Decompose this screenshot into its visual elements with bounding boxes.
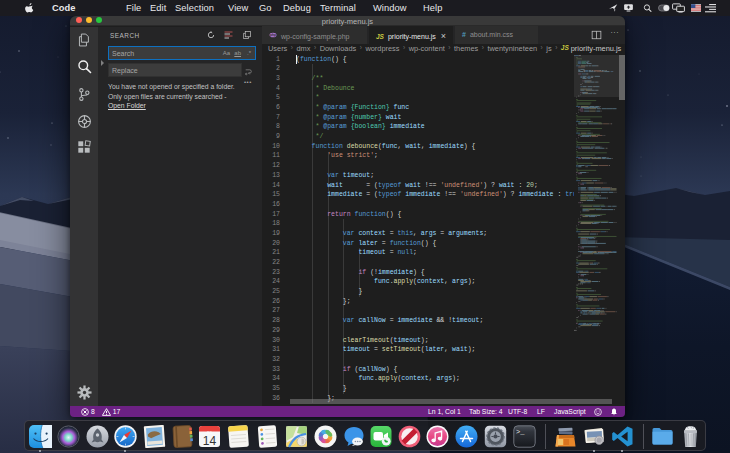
svg-text:>_: >_ bbox=[516, 428, 525, 436]
svg-text:14: 14 bbox=[202, 433, 216, 447]
